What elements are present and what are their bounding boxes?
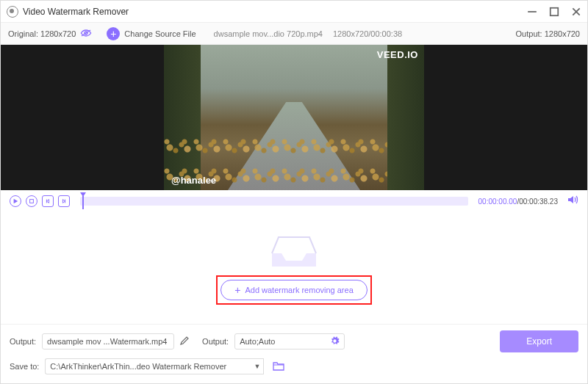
svg-marker-6 (14, 199, 18, 203)
watermark-bottom: @hanalee (171, 175, 216, 186)
source-dimensions-duration: 1280x720/00:00:38 (333, 29, 402, 38)
output-dimensions: Output: 1280x720 (516, 29, 580, 38)
saveto-dropdown-icon[interactable]: ▼ (251, 358, 264, 374)
format-settings-icon[interactable] (330, 336, 340, 347)
playhead-icon[interactable] (80, 192, 86, 210)
tray-icon (268, 231, 320, 268)
output-format-field[interactable]: Auto;Auto (234, 333, 345, 349)
mark-in-button[interactable] (42, 195, 54, 207)
saveto-path-field[interactable]: C:\ArkThinker\ArkThin...deo Watermark Re… (45, 358, 251, 374)
preview-toggle-icon[interactable] (80, 29, 92, 39)
titlebar: Video Watermark Remover (1, 1, 587, 23)
mark-out-button[interactable] (58, 195, 70, 207)
output-format-label: Output: (202, 337, 229, 346)
top-toolbar: Original: 1280x720 + Change Source File … (1, 23, 587, 45)
output-filename-field[interactable]: dwsample mov ...Watermark.mp4 (42, 333, 174, 349)
stop-button[interactable] (26, 195, 37, 207)
video-preview[interactable]: VEED.IO @hanalee (1, 45, 587, 190)
app-icon (7, 6, 18, 18)
watermark-top: VEED.IO (377, 49, 418, 60)
add-source-button[interactable]: + (107, 27, 120, 40)
edit-filename-icon[interactable] (180, 336, 189, 347)
output-filename-label: Output: (10, 337, 36, 346)
volume-icon[interactable] (567, 195, 578, 208)
open-folder-icon[interactable] (273, 361, 284, 372)
source-filename: dwsample mov...dio 720p.mp4 (214, 29, 323, 38)
current-time: 00:00:00.00 (478, 198, 517, 206)
video-frame: VEED.IO @hanalee (164, 45, 424, 190)
original-dimensions: Original: 1280x720 (8, 29, 76, 38)
watermark-areas-panel: + Add watermark removing area (1, 212, 587, 324)
svg-rect-7 (30, 200, 34, 203)
play-button[interactable] (10, 195, 21, 207)
add-watermark-area-button[interactable]: + Add watermark removing area (220, 280, 368, 300)
saveto-label: Save to: (10, 362, 39, 371)
bottom-bar: Output: dwsample mov ...Watermark.mp4 Ou… (1, 324, 587, 383)
minimize-button[interactable] (527, 7, 537, 17)
add-watermark-area-label: Add watermark removing area (245, 286, 353, 294)
timeline-scrubber[interactable] (80, 197, 468, 206)
output-format-value: Auto;Auto (240, 337, 275, 346)
highlight-box: + Add watermark removing area (216, 275, 372, 305)
time-display: 00:00:00.00/00:00:38.23 (478, 198, 558, 206)
change-source-link[interactable]: Change Source File (124, 29, 196, 38)
plus-icon: + (234, 284, 240, 296)
svg-rect-1 (551, 7, 559, 15)
close-button[interactable] (571, 7, 581, 17)
total-time: /00:00:38.23 (517, 198, 558, 206)
maximize-button[interactable] (549, 7, 559, 17)
player-controls: 00:00:00.00/00:00:38.23 (1, 190, 587, 212)
app-title: Video Watermark Remover (23, 7, 129, 17)
export-button[interactable]: Export (500, 330, 578, 352)
